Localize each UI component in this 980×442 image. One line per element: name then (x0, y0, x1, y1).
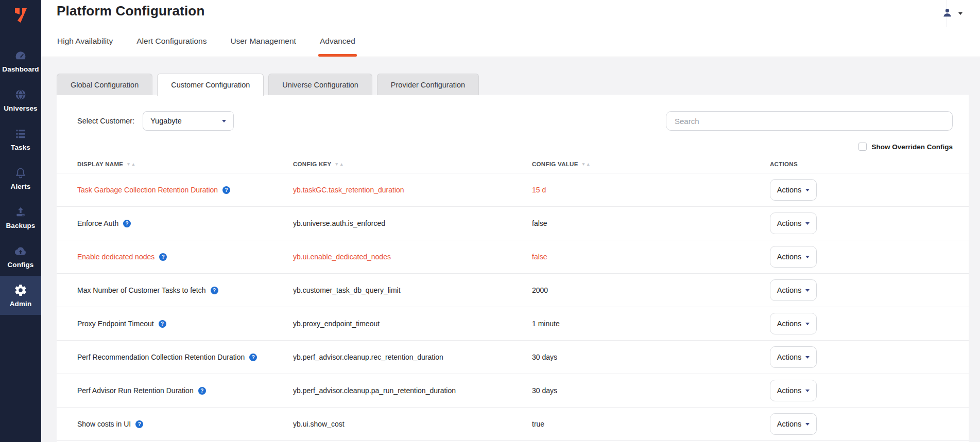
actions-cell: Actions (770, 413, 969, 435)
tab-alert-configurations[interactable]: Alert Configurations (136, 37, 207, 57)
show-overridden-checkbox[interactable] (858, 143, 867, 151)
user-menu[interactable] (941, 7, 962, 21)
display-name-cell: Perf Recommendation Collection Retention… (57, 353, 293, 361)
actions-cell: Actions (770, 313, 969, 334)
config-key-cell: yb.universe.auth.is_enforced (293, 219, 532, 227)
select-customer-label: Select Customer: (77, 117, 134, 125)
sidebar-item-admin[interactable]: Admin (0, 276, 41, 315)
tab-user-management[interactable]: User Management (230, 37, 296, 57)
subtab-customer-configuration[interactable]: Customer Configuration (157, 74, 264, 96)
help-icon[interactable]: ? (159, 253, 167, 261)
chevron-down-icon (805, 390, 810, 392)
actions-button-label: Actions (777, 386, 802, 395)
display-name-cell: Proxy Endpoint Timeout ? (57, 320, 293, 328)
actions-button[interactable]: Actions (770, 413, 817, 435)
display-name-text: Perf Recommendation Collection Retention… (77, 353, 245, 361)
customer-select[interactable]: Yugabyte (143, 111, 234, 131)
config-value-text: true (532, 420, 544, 428)
column-header-label: DISPLAY NAME (77, 161, 123, 167)
actions-button[interactable]: Actions (770, 380, 817, 401)
sidebar-item-configs[interactable]: Configs (0, 237, 41, 276)
config-value-cell: false (532, 219, 770, 227)
config-value-text: 1 minute (532, 320, 560, 328)
config-key-cell: yb.perf_advisor.cleanup.rec_retention_du… (293, 353, 532, 361)
help-icon[interactable]: ? (123, 220, 131, 227)
table-row: Enable dedicated nodes ? yb.ui.enable_de… (57, 240, 969, 274)
main-tab-label: Advanced (320, 37, 355, 45)
config-value-cell: 15 d (532, 186, 770, 194)
table-row: Perf Recommendation Collection Retention… (57, 341, 969, 374)
sidebar-item-tasks[interactable]: Tasks (0, 119, 41, 158)
config-value-cell: 2000 (532, 286, 770, 294)
chevron-down-icon (805, 323, 810, 325)
actions-cell: Actions (770, 380, 969, 401)
display-name-text: Task Garbage Collection Retention Durati… (77, 186, 218, 194)
tab-high-availability[interactable]: High Availability (57, 37, 113, 57)
sort-icon[interactable]: ▼▲ (126, 162, 136, 167)
table-row: Max Number of Customer Tasks to fetch ? … (57, 274, 969, 307)
actions-button[interactable]: Actions (770, 279, 817, 301)
actions-button[interactable]: Actions (770, 213, 817, 234)
actions-button-label: Actions (777, 186, 802, 194)
show-overridden-toggle[interactable]: Show Overriden Configs (858, 143, 953, 151)
sidebar-item-label: Alerts (11, 183, 31, 190)
subtab-global-configuration[interactable]: Global Configuration (57, 74, 152, 95)
column-header-label: ACTIONS (770, 161, 798, 167)
sidebar-item-label: Tasks (11, 144, 30, 151)
display-name-text: Enforce Auth (77, 219, 118, 227)
chevron-down-icon (958, 12, 962, 15)
tab-advanced[interactable]: Advanced (320, 37, 355, 57)
display-name-cell: Enforce Auth ? (57, 219, 293, 227)
actions-button-label: Actions (777, 219, 802, 227)
actions-button[interactable]: Actions (770, 179, 817, 201)
display-name-text: Enable dedicated nodes (77, 253, 154, 261)
actions-button[interactable]: Actions (770, 313, 817, 334)
table-row: Enforce Auth ? yb.universe.auth.is_enfor… (57, 207, 969, 240)
config-value-cell: 30 days (532, 386, 770, 395)
column-header-config-key[interactable]: CONFIG KEY▼▲ (293, 159, 532, 168)
table-row: Proxy Endpoint Timeout ? yb.proxy_endpoi… (57, 307, 969, 341)
sidebar: Dashboard Universes Tasks Alerts Backups… (0, 0, 41, 442)
config-table-body: Task Garbage Collection Retention Durati… (57, 173, 969, 441)
sort-icon[interactable]: ▼▲ (581, 162, 591, 167)
yugabyte-logo-icon[interactable] (0, 5, 41, 26)
main-tab-label: User Management (230, 37, 296, 45)
config-key-text: yb.universe.auth.is_enforced (293, 219, 385, 227)
help-icon[interactable]: ? (159, 320, 166, 328)
help-icon[interactable]: ? (211, 287, 218, 294)
column-header-actions[interactable]: ACTIONS (770, 159, 969, 168)
sidebar-item-universes[interactable]: Universes (0, 80, 41, 119)
help-icon[interactable]: ? (135, 420, 143, 428)
sidebar-item-dashboard[interactable]: Dashboard (0, 41, 41, 80)
help-icon[interactable]: ? (198, 387, 206, 395)
table-row: Task Garbage Collection Retention Durati… (57, 173, 969, 207)
sidebar-item-label: Dashboard (2, 65, 39, 73)
chevron-down-icon (805, 289, 810, 292)
config-value-text: 2000 (532, 286, 548, 294)
config-value-text: false (532, 253, 547, 261)
subtab-provider-configuration[interactable]: Provider Configuration (377, 74, 479, 95)
column-header-config-value[interactable]: CONFIG VALUE▼▲ (532, 159, 770, 168)
sidebar-item-alerts[interactable]: Alerts (0, 158, 41, 198)
subtab-universe-configuration[interactable]: Universe Configuration (268, 74, 372, 95)
sidebar-item-backups[interactable]: Backups (0, 198, 41, 237)
column-header-display-name[interactable]: DISPLAY NAME▼▲ (57, 159, 293, 168)
dashboard-icon (14, 49, 27, 62)
config-subtabs: Global ConfigurationCustomer Configurati… (57, 74, 479, 95)
actions-button[interactable]: Actions (770, 246, 817, 268)
customer-configuration-panel: Select Customer: Yugabyte Show Overriden… (57, 95, 969, 442)
alerts-icon (14, 166, 27, 180)
help-icon[interactable]: ? (249, 353, 257, 361)
help-icon[interactable]: ? (222, 186, 230, 194)
page-title: Platform Configuration (57, 3, 205, 19)
search-input[interactable] (666, 111, 953, 131)
column-header-label: CONFIG KEY (293, 161, 332, 167)
actions-button-label: Actions (777, 253, 802, 261)
actions-cell: Actions (770, 246, 969, 268)
config-value-cell: 1 minute (532, 320, 770, 328)
chevron-down-icon (805, 356, 810, 359)
actions-button[interactable]: Actions (770, 346, 817, 368)
config-value-text: false (532, 219, 547, 227)
sort-icon[interactable]: ▼▲ (335, 162, 345, 167)
sidebar-item-label: Universes (4, 104, 37, 112)
